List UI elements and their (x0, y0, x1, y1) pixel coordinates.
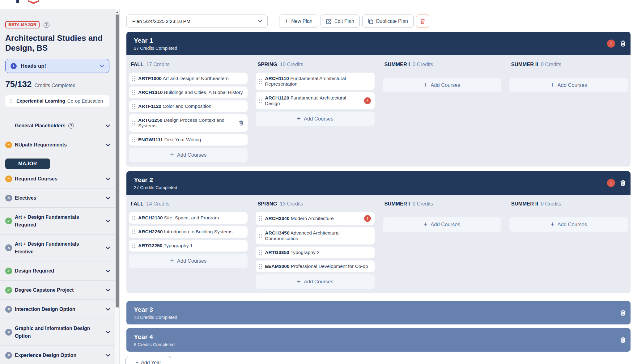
year-3-header[interactable]: Year 3 13 Credits Completed (126, 301, 631, 324)
course-card[interactable]: ARTF1122 Color and Composition (129, 100, 248, 112)
course-card[interactable]: ARCH1310 Buildings and Cities, A Global … (129, 87, 248, 98)
chevron-down-icon (105, 124, 110, 127)
drag-handle-icon[interactable] (129, 243, 138, 248)
course-code: ENGW1111 (138, 137, 163, 142)
term-name: SPRING (257, 61, 277, 67)
sidebar-item-experience-design-option[interactable]: ✕ Experience Design Option (0, 345, 115, 364)
term-credits: 0 Credits (541, 201, 561, 207)
year-2-header[interactable]: Year 2 27 Credits Completed ! (126, 171, 631, 195)
add-courses-button[interactable]: + Add Courses (509, 78, 628, 92)
add-courses-button[interactable]: + Add Courses (129, 148, 248, 162)
term-credits: 0 Credits (541, 61, 561, 67)
warning-icon[interactable]: ! (607, 179, 615, 187)
add-courses-button[interactable]: + Add Courses (256, 112, 374, 126)
year-title: Year 2 (134, 176, 607, 184)
drag-handle-icon[interactable] (256, 233, 265, 239)
course-title: Typography 1 (164, 243, 193, 248)
term-fall: FALL 17 Credits ARTF1000 Art and Design … (129, 58, 248, 162)
help-icon[interactable]: ? (68, 123, 74, 129)
drag-handle-icon[interactable] (129, 90, 138, 95)
trash-icon[interactable] (620, 309, 626, 316)
course-card[interactable]: ARCH2340 Modern Architecture ! (256, 212, 374, 225)
drag-handle-icon[interactable] (129, 121, 138, 126)
trash-icon[interactable] (620, 40, 626, 47)
year-4-header[interactable]: Year 4 8 Credits Completed (126, 328, 631, 352)
add-courses-button[interactable]: + Add Courses (129, 254, 248, 268)
drag-handle-icon[interactable] (129, 104, 138, 109)
term-summer-1: SUMMER I 0 Credits + Add Courses (383, 58, 501, 162)
term-name: FALL (131, 201, 143, 207)
course-code: ARTG1250 (138, 117, 162, 123)
sidebar-item-degree-capstone-project[interactable]: ✓ Degree Capstone Project (0, 280, 115, 299)
add-courses-button[interactable]: + Add Courses (383, 78, 501, 92)
chevron-down-icon (105, 331, 110, 334)
course-card[interactable]: EEAM2000 Professional Development for Co… (256, 260, 374, 272)
year-1-header[interactable]: Year 1 27 Credits Completed ! (126, 32, 631, 55)
sidebar-item-interaction-design-option[interactable]: ✕ Interaction Design Option (0, 299, 115, 319)
sidebar-item-nupath-requirements[interactable]: ••• NUpath Requirements (0, 135, 115, 154)
term-credits: 10 Credits (280, 61, 303, 67)
new-plan-button[interactable]: + New Plan (279, 15, 318, 28)
course-card[interactable]: ARTG3350 Typography 2 (256, 247, 374, 258)
trash-icon[interactable] (620, 180, 626, 186)
course-title: Typography 2 (291, 250, 320, 255)
status-not-met-icon: ✕ (5, 352, 12, 359)
warning-icon[interactable]: ! (364, 97, 371, 104)
course-card[interactable]: ARTG1250 Design Process Context and Syst… (129, 114, 248, 132)
sidebar-item-art-design-fundamentals-required[interactable]: ✓ Art + Design Fundamentals Required (0, 207, 115, 234)
drag-handle-icon[interactable] (256, 264, 265, 269)
drag-handle-icon[interactable] (129, 229, 138, 235)
drag-handle-icon[interactable] (129, 215, 138, 221)
warning-icon[interactable]: ! (364, 215, 371, 222)
heads-up-banner[interactable]: i Heads up! (5, 59, 109, 73)
scroll-up-arrow[interactable] (116, 11, 118, 13)
course-card[interactable]: ARCH2130 Site, Space, and Program (129, 212, 248, 224)
help-icon[interactable]: ? (44, 22, 49, 28)
sidebar-item-art-design-fundamentals-elective[interactable]: ✕ Art + Design Fundamentals Elective (0, 234, 115, 261)
add-courses-button[interactable]: + Add Courses (509, 217, 628, 232)
course-title: Color and Composition (163, 104, 211, 109)
edit-icon (326, 19, 332, 24)
plus-icon: + (550, 82, 554, 88)
course-code: ARTF1000 (138, 76, 162, 81)
course-card[interactable]: ARTG2250 Typography 1 (129, 240, 248, 252)
course-card[interactable]: ARCH3450 Advanced Architectural Communic… (256, 227, 374, 244)
experiential-learning-card[interactable]: Experiential Learning Co-op Education (5, 95, 109, 107)
requirement-sections: General Placeholders ? ••• NUpath Requir… (0, 116, 115, 364)
sidebar-item-required-courses[interactable]: ••• Required Courses (0, 169, 115, 188)
drag-handle-icon[interactable] (256, 79, 265, 84)
trash-icon[interactable] (620, 336, 626, 343)
sidebar-item-electives[interactable]: ✕ Electives (0, 188, 115, 207)
drag-handle-icon[interactable] (5, 98, 16, 104)
add-courses-button[interactable]: + Add Courses (256, 274, 374, 289)
add-year-button[interactable]: + Add Year (125, 356, 171, 364)
credits-label: Credits Completed (35, 83, 76, 88)
delete-plan-button[interactable] (416, 15, 429, 28)
plus-icon: + (550, 221, 554, 228)
edit-plan-button[interactable]: Edit Plan (321, 15, 360, 28)
copy-icon (368, 19, 373, 24)
trash-icon[interactable] (239, 120, 244, 126)
duplicate-plan-button[interactable]: Duplicate Plan (362, 15, 414, 28)
course-card[interactable]: ARCH2260 Introduction to Building System… (129, 226, 248, 238)
course-card[interactable]: ARTF1000 Art and Design at Northeastern (129, 73, 248, 84)
course-code: ARCH3450 (265, 230, 289, 235)
sidebar-item-general-placeholders[interactable]: General Placeholders ? (0, 116, 115, 135)
add-courses-button[interactable]: + Add Courses (383, 217, 501, 232)
course-title: Buildings and Cities, A Global History (164, 90, 243, 95)
course-card[interactable]: ENGW1111 First-Year Writing (129, 134, 248, 146)
sidebar-item-graphic-information-design-option[interactable]: ✕ Graphic and Information Design Option (0, 319, 115, 345)
sidebar-item-design-required[interactable]: ✓ Design Required (0, 261, 115, 280)
warning-icon[interactable]: ! (607, 40, 615, 48)
drag-handle-icon[interactable] (256, 250, 265, 255)
course-card[interactable]: ARCH1120 Fundamental Architectural Desig… (256, 92, 374, 109)
term-credits: 0 Credits (413, 61, 433, 67)
drag-handle-icon[interactable] (256, 216, 265, 221)
course-card[interactable]: ARCH1110 Fundamental Architectural Repre… (256, 73, 374, 90)
drag-handle-icon[interactable] (256, 98, 265, 104)
scrollbar-thumb[interactable] (116, 15, 119, 307)
drag-handle-icon[interactable] (129, 137, 138, 142)
chevron-down-icon (105, 177, 110, 180)
plan-select[interactable]: Plan 5/24/2025 2:23:18 PM (126, 15, 268, 28)
drag-handle-icon[interactable] (129, 76, 138, 81)
